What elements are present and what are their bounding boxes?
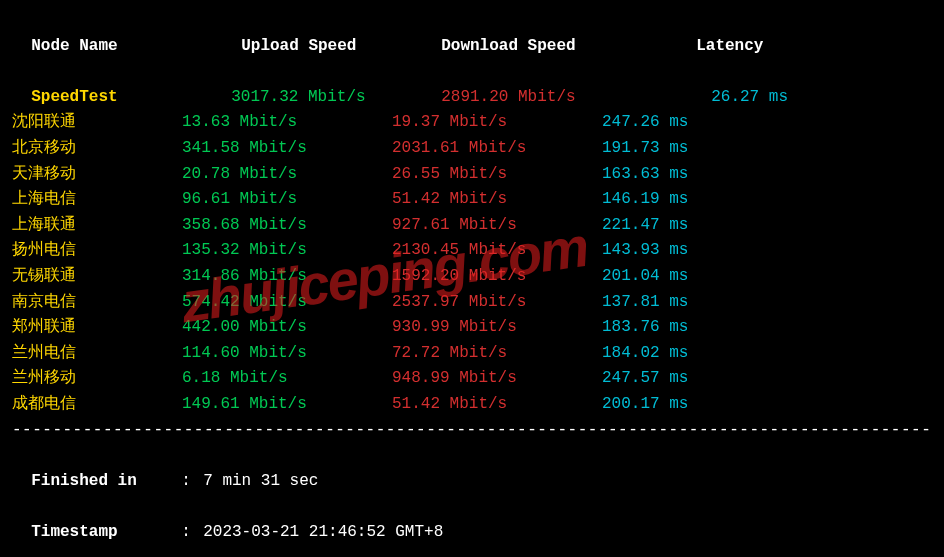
upload-cell: 6.18 Mbit/s <box>182 366 392 392</box>
table-row: 南京电信574.42 Mbit/s2537.97 Mbit/s137.81 ms <box>12 290 932 316</box>
download-cell: 2031.61 Mbit/s <box>392 136 602 162</box>
latency-cell: 163.63 ms <box>602 162 742 188</box>
header-download: Download Speed <box>441 34 696 60</box>
node-name-cell: 郑州联通 <box>12 315 182 341</box>
latency-cell: 201.04 ms <box>602 264 742 290</box>
download-cell: 51.42 Mbit/s <box>392 187 602 213</box>
upload-cell: 20.78 Mbit/s <box>182 162 392 188</box>
speedtest-row: SpeedTest3017.32 Mbit/s2891.20 Mbit/s26.… <box>12 59 932 110</box>
latency-cell: 247.26 ms <box>602 110 742 136</box>
table-row: 上海电信96.61 Mbit/s51.42 Mbit/s146.19 ms <box>12 187 932 213</box>
node-name-cell: 扬州电信 <box>12 238 182 264</box>
latency-cell: 183.76 ms <box>602 315 742 341</box>
latency-cell: 137.81 ms <box>602 290 742 316</box>
speedtest-download: 2891.20 Mbit/s <box>441 85 711 111</box>
table-row: 成都电信149.61 Mbit/s51.42 Mbit/s200.17 ms <box>12 392 932 418</box>
download-cell: 930.99 Mbit/s <box>392 315 602 341</box>
download-cell: 2537.97 Mbit/s <box>392 290 602 316</box>
upload-cell: 442.00 Mbit/s <box>182 315 392 341</box>
download-cell: 19.37 Mbit/s <box>392 110 602 136</box>
colon: : <box>181 469 203 495</box>
speedtest-upload: 3017.32 Mbit/s <box>231 85 441 111</box>
node-name-cell: 南京电信 <box>12 290 182 316</box>
node-name-cell: 沈阳联通 <box>12 110 182 136</box>
data-rows-container: 沈阳联通13.63 Mbit/s19.37 Mbit/s247.26 ms北京移… <box>12 110 932 417</box>
table-row: 兰州移动6.18 Mbit/s948.99 Mbit/s247.57 ms <box>12 366 932 392</box>
table-row: 扬州电信135.32 Mbit/s2130.45 Mbit/s143.93 ms <box>12 238 932 264</box>
table-row: 兰州电信114.60 Mbit/s72.72 Mbit/s184.02 ms <box>12 341 932 367</box>
upload-cell: 13.63 Mbit/s <box>182 110 392 136</box>
node-name-cell: 北京移动 <box>12 136 182 162</box>
table-row: 上海联通358.68 Mbit/s927.61 Mbit/s221.47 ms <box>12 213 932 239</box>
download-cell: 927.61 Mbit/s <box>392 213 602 239</box>
timestamp-label: Timestamp <box>31 520 181 546</box>
footer-timestamp-row: Timestamp:2023-03-21 21:46:52 GMT+8 <box>12 494 932 545</box>
table-row: 天津移动20.78 Mbit/s26.55 Mbit/s163.63 ms <box>12 162 932 188</box>
latency-cell: 200.17 ms <box>602 392 742 418</box>
footer-finished-row: Finished in:7 min 31 sec <box>12 443 932 494</box>
table-row: 郑州联通442.00 Mbit/s930.99 Mbit/s183.76 ms <box>12 315 932 341</box>
divider-line: ----------------------------------------… <box>12 418 932 444</box>
finished-label: Finished in <box>31 469 181 495</box>
latency-cell: 146.19 ms <box>602 187 742 213</box>
upload-cell: 341.58 Mbit/s <box>182 136 392 162</box>
table-row: 沈阳联通13.63 Mbit/s19.37 Mbit/s247.26 ms <box>12 110 932 136</box>
table-header-row: Node NameUpload SpeedDownload SpeedLaten… <box>12 8 932 59</box>
upload-cell: 114.60 Mbit/s <box>182 341 392 367</box>
latency-cell: 247.57 ms <box>602 366 742 392</box>
node-name-cell: 兰州电信 <box>12 341 182 367</box>
node-name-cell: 天津移动 <box>12 162 182 188</box>
download-cell: 2130.45 Mbit/s <box>392 238 602 264</box>
download-cell: 26.55 Mbit/s <box>392 162 602 188</box>
download-cell: 948.99 Mbit/s <box>392 366 602 392</box>
header-node-name: Node Name <box>31 34 241 60</box>
latency-cell: 221.47 ms <box>602 213 742 239</box>
latency-cell: 184.02 ms <box>602 341 742 367</box>
upload-cell: 135.32 Mbit/s <box>182 238 392 264</box>
node-name-cell: 成都电信 <box>12 392 182 418</box>
latency-cell: 143.93 ms <box>602 238 742 264</box>
timestamp-value: 2023-03-21 21:46:52 GMT+8 <box>203 523 443 541</box>
speedtest-name: SpeedTest <box>31 85 231 111</box>
header-latency: Latency <box>696 34 763 60</box>
latency-cell: 191.73 ms <box>602 136 742 162</box>
download-cell: 72.72 Mbit/s <box>392 341 602 367</box>
speedtest-latency: 26.27 ms <box>711 85 788 111</box>
node-name-cell: 上海电信 <box>12 187 182 213</box>
node-name-cell: 无锡联通 <box>12 264 182 290</box>
colon: : <box>181 520 203 546</box>
header-upload: Upload Speed <box>241 34 441 60</box>
upload-cell: 149.61 Mbit/s <box>182 392 392 418</box>
finished-value: 7 min 31 sec <box>203 472 318 490</box>
download-cell: 51.42 Mbit/s <box>392 392 602 418</box>
download-cell: 1592.20 Mbit/s <box>392 264 602 290</box>
table-row: 无锡联通314.86 Mbit/s1592.20 Mbit/s201.04 ms <box>12 264 932 290</box>
upload-cell: 574.42 Mbit/s <box>182 290 392 316</box>
footer-results-row: Results:./superbench.log <box>12 545 932 557</box>
node-name-cell: 上海联通 <box>12 213 182 239</box>
upload-cell: 314.86 Mbit/s <box>182 264 392 290</box>
upload-cell: 96.61 Mbit/s <box>182 187 392 213</box>
upload-cell: 358.68 Mbit/s <box>182 213 392 239</box>
node-name-cell: 兰州移动 <box>12 366 182 392</box>
table-row: 北京移动341.58 Mbit/s2031.61 Mbit/s191.73 ms <box>12 136 932 162</box>
